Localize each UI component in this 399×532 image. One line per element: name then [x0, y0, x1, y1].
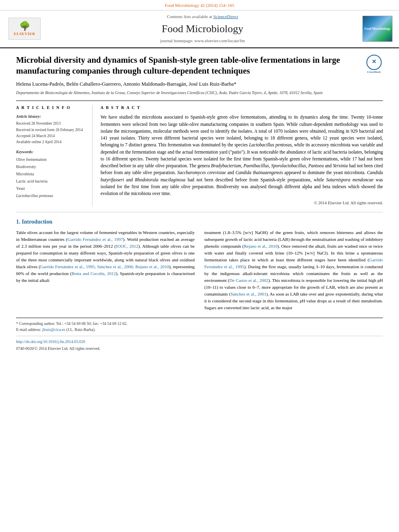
- email-label: E-mail address:: [16, 327, 41, 332]
- available-date: Available online 2 April 2014: [16, 139, 86, 145]
- doi-link[interactable]: http://dx.doi.org/10.1016/j.fm.2014.03.0…: [16, 339, 85, 344]
- introduction-section: 1. Introduction Table olives account for…: [16, 218, 383, 311]
- keyword-6: Lactobacillus pentosus: [16, 192, 86, 199]
- sciencedirect-link[interactable]: ScienceDirect: [213, 14, 238, 19]
- authors: Helena Lucena-Padrós, Belén Caballero-Gu…: [16, 80, 383, 88]
- article-info-col: A R T I C L E I N F O Article history: R…: [16, 105, 93, 206]
- email-line: E-mail address: jlruiz@cica.es (J.L. Rui…: [16, 327, 383, 333]
- intro-number: 1.: [16, 219, 21, 225]
- journal-center: Contents lists available at ScienceDirec…: [43, 14, 362, 44]
- citation-text: Food Microbiology 42 (2014) 154–165: [165, 3, 234, 8]
- article-info-heading: A R T I C L E I N F O: [16, 105, 86, 111]
- article-title: Microbial diversity and dynamics of Span…: [16, 55, 383, 77]
- abstract-heading: A B S T R A C T: [101, 105, 383, 111]
- intro-columns: Table olives account for the largest vol…: [16, 229, 383, 312]
- received-date: Received 28 November 2013: [16, 121, 86, 127]
- logo-box: 🌳 ELSEVIER: [8, 18, 41, 40]
- abstract-text: We have studied the microbiota associate…: [101, 114, 383, 197]
- journal-header: 🌳 ELSEVIER Contents lists available at S…: [0, 10, 399, 48]
- journal-thumbnail: Food Microbiology: [362, 16, 393, 42]
- issn-text: 0740-0020/© 2014 Elsevier Ltd. All right…: [16, 346, 383, 351]
- crossmark-label: CrossMark: [367, 70, 380, 74]
- revised-date: Received in revised form 26 February 201…: [16, 127, 86, 133]
- crossmark-icon: ✕: [366, 55, 382, 70]
- footer-bar: http://dx.doi.org/10.1016/j.fm.2014.03.0…: [16, 336, 383, 351]
- article-dates: Received 28 November 2013 Received in re…: [16, 121, 86, 145]
- email-name: (J.L. Ruiz-Barba).: [66, 327, 96, 332]
- crossmark-badge[interactable]: ✕ CrossMark: [365, 55, 383, 73]
- keyword-1: Olive fermentation: [16, 156, 86, 163]
- corresponding-author: * Corresponding author. Tel.: +34 54 69 …: [16, 321, 128, 326]
- intro-text-left: Table olives account for the largest vol…: [16, 229, 195, 284]
- main-content: Microbial diversity and dynamics of Span…: [0, 48, 399, 360]
- sciencedirect-line: Contents lists available at ScienceDirec…: [43, 14, 362, 20]
- elsevier-logo: 🌳 ELSEVIER: [6, 18, 43, 40]
- title-text: Microbial diversity and dynamics of Span…: [16, 55, 340, 76]
- elsevier-wordmark: ELSEVIER: [14, 31, 35, 37]
- keywords-list: Olive fermentation Biodiversity Microbio…: [16, 156, 86, 199]
- keyword-3: Microbiota: [16, 170, 86, 177]
- divider-2: [16, 212, 383, 212]
- keyword-4: Lactic acid bacteria: [16, 178, 86, 185]
- accepted-date: Accepted 24 March 2014: [16, 133, 86, 139]
- article-body: A R T I C L E I N F O Article history: R…: [16, 105, 383, 206]
- copyright: © 2014 Elsevier Ltd. All rights reserved…: [101, 200, 383, 206]
- journal-title: Food Microbiology: [43, 22, 362, 36]
- divider-1: [16, 101, 383, 101]
- article-history: Article history: Received 28 November 20…: [16, 114, 86, 145]
- footnote-text: * Corresponding author. Tel.: +34 54 69 …: [16, 320, 383, 327]
- history-label: Article history:: [16, 114, 86, 119]
- tree-icon: 🌳: [19, 22, 30, 31]
- intro-left: Table olives account for the largest vol…: [16, 229, 195, 312]
- keyword-5: Yeast: [16, 185, 86, 192]
- footnote-section: * Corresponding author. Tel.: +34 54 69 …: [16, 318, 383, 333]
- intro-right: treatment (1.8–3.5% [w/v] NaOH) of the g…: [204, 229, 383, 312]
- abstract-col: A B S T R A C T We have studied the micr…: [101, 105, 383, 206]
- journal-citation: Food Microbiology 42 (2014) 154–165: [0, 0, 399, 10]
- keywords-section: Keywords: Olive fermentation Biodiversit…: [16, 149, 86, 199]
- journal-homepage: journal homepage: www.elsevier.com/locat…: [43, 38, 362, 44]
- author-names: Helena Lucena-Padrós, Belén Caballero-Gu…: [16, 81, 237, 87]
- intro-title: Introduction: [22, 219, 52, 225]
- thumbnail-label: Food Microbiology: [364, 27, 391, 31]
- intro-text-right: treatment (1.8–3.5% [w/v] NaOH) of the g…: [204, 229, 383, 312]
- intro-heading: 1. Introduction: [16, 218, 383, 226]
- email-address[interactable]: jlruiz@cica.es: [42, 327, 65, 332]
- keywords-label: Keywords:: [16, 149, 86, 155]
- affiliation: Departamento de Biotecnología de Aliment…: [16, 90, 383, 96]
- keyword-2: Biodiversity: [16, 163, 86, 170]
